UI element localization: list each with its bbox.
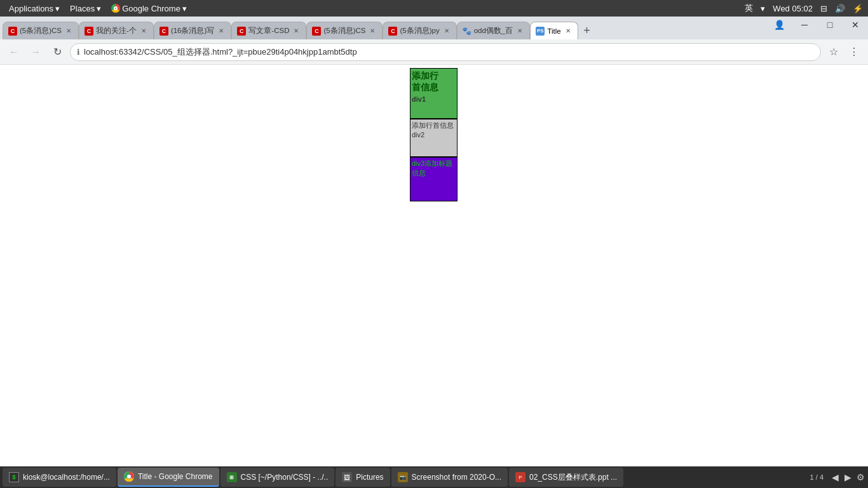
div2-text: 添加行首信息div2 <box>412 121 456 140</box>
tab-7-favicon: 🐾 <box>463 27 471 36</box>
div2-element: 添加行首信息div2 <box>410 119 458 157</box>
battery-icon: ⚡ <box>853 4 863 13</box>
tab-7-close[interactable]: ✕ <box>515 27 524 36</box>
bookmark-button[interactable]: ☆ <box>825 43 843 61</box>
taskbar-arrow-right[interactable]: ▶ <box>843 472 853 482</box>
applications-arrow: ▾ <box>55 4 60 13</box>
tab-7[interactable]: 🐾 odd偶数_百 ✕ <box>457 22 531 39</box>
tab-1-favicon: C <box>8 27 17 36</box>
tab-4-close[interactable]: ✕ <box>292 27 301 36</box>
tab-4-favicon: C <box>237 27 246 36</box>
window-minimize[interactable]: ─ <box>792 17 817 33</box>
tab-6-favicon: C <box>388 27 397 36</box>
tab-5-favicon: C <box>312 27 321 36</box>
taskbar-pictures[interactable]: 🖼 Pictures <box>336 468 390 487</box>
taskbar-ppt[interactable]: P 02_CSS层叠样式表.ppt ... <box>509 468 623 487</box>
csdn-icon-4: C <box>237 27 246 36</box>
taskbar-settings-icon[interactable]: ⚙ <box>855 472 865 482</box>
tab-6[interactable]: C (5条消息)py ✕ <box>383 22 456 39</box>
tab-6-label: (5条消息)py <box>400 26 439 36</box>
places-menu[interactable]: Places ▾ <box>66 4 105 13</box>
taskbar-terminal-label: kiosk@localhost:/home/... <box>23 473 110 482</box>
paw-icon: 🐾 <box>462 27 471 36</box>
svg-point-2 <box>127 475 131 478</box>
page-content: 添加行首信息div1 添加行首信息div2 div3添加标题信息 <box>0 65 868 488</box>
tab-5-label: (5条消息)CS <box>323 26 365 36</box>
forward-button[interactable]: → <box>27 43 44 61</box>
div3-label: div3 <box>412 159 424 167</box>
chrome-menu-button[interactable]: ⋮ <box>845 43 863 61</box>
pictures-icon: 🖼 <box>342 472 352 482</box>
places-arrow: ▾ <box>97 4 101 13</box>
url-text: localhost:63342/CSS/05_组选择器.html?_ijt=pb… <box>84 46 814 58</box>
taskbar-css[interactable]: ⊞ CSS [~/Python/CSS] - ../.. <box>220 468 335 487</box>
tab-4-label: 写文章-CSD <box>248 26 289 36</box>
tab-1[interactable]: C (5条消息)CS ✕ <box>3 22 79 39</box>
tab-5-close[interactable]: ✕ <box>368 27 377 36</box>
volume-icon: 🔊 <box>835 4 845 13</box>
tab-7-label: odd偶数_百 <box>474 26 513 36</box>
lang-arrow: ▾ <box>761 4 765 13</box>
tab-1-label: (5条消息)CS <box>20 26 62 36</box>
div1-big-text: 添加行首信息div1 <box>412 70 456 105</box>
terminal-icon: $ <box>9 472 19 482</box>
lock-icon: ℹ <box>77 48 80 57</box>
tab-5[interactable]: C (5条消息)CS ✕ <box>306 22 383 39</box>
tab-bar: C (5条消息)CS ✕ C 我的关注-个 ✕ C (16条消息)写 ✕ C 写… <box>0 17 868 39</box>
lang-indicator: 英 <box>745 3 753 14</box>
reload-button[interactable]: ↻ <box>48 43 66 61</box>
taskbar-screenshot[interactable]: 📷 Screenshot from 2020-O... <box>391 468 508 487</box>
tab-8-close[interactable]: ✕ <box>564 27 573 36</box>
tab-6-close[interactable]: ✕ <box>442 27 451 36</box>
taskbar-arrow-left[interactable]: ◀ <box>830 472 840 482</box>
ppt-icon: P <box>515 472 526 482</box>
screenshot-icon: 📷 <box>398 472 408 482</box>
tab-1-close[interactable]: ✕ <box>64 27 73 36</box>
csdn-icon-6: C <box>388 27 397 36</box>
chrome-menu[interactable]: Google Chrome ▾ <box>107 4 191 13</box>
tab-4[interactable]: C 写文章-CSD ✕ <box>231 22 306 39</box>
new-tab-button[interactable]: + <box>578 22 596 39</box>
window-close[interactable]: ✕ <box>843 17 868 33</box>
toolbar-right: ☆ ⋮ <box>825 43 863 61</box>
taskbar-chrome[interactable]: Title - Google Chrome <box>118 468 219 487</box>
csdn-icon-3: C <box>159 27 168 36</box>
system-bar-left: Applications ▾ Places ▾ Google Chrome ▾ <box>5 4 191 13</box>
csdn-icon-2: C <box>85 27 93 36</box>
wifi-icon: ⊟ <box>820 4 827 13</box>
csdn-icon: C <box>8 27 17 36</box>
window-maximize[interactable]: □ <box>817 17 843 33</box>
tab-2-close[interactable]: ✕ <box>139 27 148 36</box>
chrome-app-label: Google Chrome <box>122 4 180 13</box>
tab-3[interactable]: C (16条消息)写 ✕ <box>154 22 231 39</box>
taskbar: $ kiosk@localhost:/home/... Title - Goog… <box>0 466 868 488</box>
tab-8-favicon: PS <box>536 27 545 36</box>
taskbar-ppt-label: 02_CSS层叠样式表.ppt ... <box>529 472 617 483</box>
page-indicator: 1 / 4 <box>806 473 827 481</box>
applications-menu[interactable]: Applications ▾ <box>5 4 64 13</box>
taskbar-right: 1 / 4 ◀ ▶ ⚙ <box>806 472 865 482</box>
ps-icon: PS <box>536 27 545 36</box>
places-label: Places <box>70 4 95 13</box>
window-user-icon[interactable]: 👤 <box>766 17 792 33</box>
demo-container: 添加行首信息div1 添加行首信息div2 div3添加标题信息 <box>410 68 458 201</box>
system-bar-right: 英 ▾ Wed 05:02 ⊟ 🔊 ⚡ <box>745 3 863 14</box>
address-bar[interactable]: ℹ localhost:63342/CSS/05_组选择器.html?_ijt=… <box>70 43 821 61</box>
taskbar-screenshot-label: Screenshot from 2020-O... <box>412 473 501 482</box>
div3-text: div3添加标题信息 <box>412 159 456 179</box>
tab-3-close[interactable]: ✕ <box>217 27 226 36</box>
taskbar-chrome-label: Title - Google Chrome <box>138 472 213 481</box>
taskbar-terminal[interactable]: $ kiosk@localhost:/home/... <box>3 468 116 487</box>
taskbar-pictures-label: Pictures <box>356 473 383 482</box>
tab-2-favicon: C <box>85 27 93 36</box>
back-button[interactable]: ← <box>5 43 23 61</box>
chrome-window: 👤 ─ □ ✕ C (5条消息)CS ✕ C 我的关注-个 ✕ C (16条消息… <box>0 17 868 488</box>
div1-element: 添加行首信息div1 <box>410 68 458 119</box>
applications-label: Applications <box>9 4 53 13</box>
tab-8[interactable]: PS Title ✕ <box>530 22 578 39</box>
tab-3-label: (16条消息)写 <box>171 26 214 36</box>
system-bar: Applications ▾ Places ▾ Google Chrome ▾ … <box>0 0 868 17</box>
csdn-icon-5: C <box>312 27 321 36</box>
chrome-app-arrow: ▾ <box>182 4 187 13</box>
tab-2[interactable]: C 我的关注-个 ✕ <box>79 22 154 39</box>
